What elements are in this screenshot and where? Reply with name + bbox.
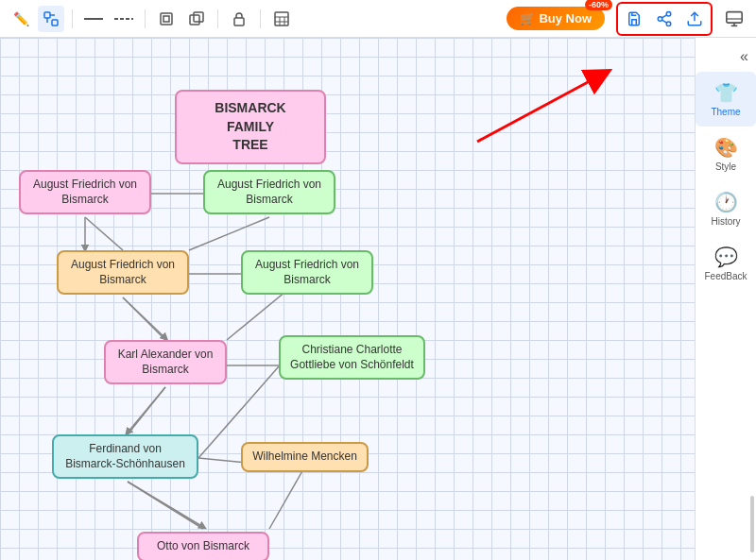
node-label: Wilhelmine Mencken — [252, 450, 357, 463]
sidebar-item-style[interactable]: 🎨 Style — [696, 127, 756, 181]
node-label: August Friedrich von Bismarck — [255, 258, 359, 286]
svg-rect-22 — [727, 11, 742, 22]
line-tool[interactable] — [80, 6, 107, 32]
sidebar-item-theme-label: Theme — [711, 107, 740, 117]
svg-line-41 — [128, 482, 203, 527]
pencil-tool[interactable]: ✏️ — [8, 6, 34, 32]
svg-rect-11 — [275, 12, 288, 25]
red-arrow-indicator — [468, 66, 619, 151]
table-tool[interactable] — [268, 6, 295, 32]
sidebar-item-feedback[interactable]: 💬 FeedBack — [696, 236, 756, 291]
style-icon: 🎨 — [714, 136, 738, 159]
node-label: Karl Alexander von Bismarck — [118, 348, 214, 376]
svg-rect-0 — [44, 12, 50, 18]
svg-rect-1 — [52, 20, 58, 25]
dashed-line-tool[interactable] — [111, 6, 137, 32]
sidebar-item-history[interactable]: 🕐 History — [696, 181, 756, 236]
title-text: BISMARCK FAMILYTREE — [215, 100, 285, 152]
svg-line-29 — [123, 297, 165, 340]
sidebar-item-feedback-label: FeedBack — [704, 271, 747, 281]
buy-now-button[interactable]: 🛒 Buy Now -60% — [507, 7, 605, 30]
sep2 — [145, 9, 146, 28]
main-area: BISMARCK FAMILYTREE August Friedrich von… — [0, 38, 756, 560]
chevron-left-icon: « — [740, 48, 748, 65]
discount-badge: -60% — [585, 0, 612, 10]
monitor-button[interactable] — [720, 6, 748, 32]
share-button[interactable] — [650, 6, 679, 32]
svg-line-40 — [128, 387, 165, 433]
svg-line-32 — [128, 387, 165, 434]
node-label: August Friedrich von Bismarck — [71, 258, 175, 286]
svg-rect-9 — [194, 12, 203, 22]
svg-rect-7 — [163, 16, 169, 22]
svg-line-36 — [269, 463, 307, 529]
node-august-1[interactable]: August Friedrich von Bismarck — [19, 170, 151, 214]
right-sidebar: « 👕 Theme 🎨 Style 🕐 History 💬 FeedBack — [695, 38, 756, 560]
cart-icon: 🛒 — [520, 11, 535, 25]
node-otto[interactable]: Otto von Bismarck — [137, 532, 269, 560]
sep1 — [72, 9, 73, 28]
lock-tool[interactable] — [226, 6, 252, 32]
svg-line-27 — [189, 217, 269, 250]
node-label: Christiane Charlotte Gottliebe von Schön… — [290, 343, 414, 371]
svg-rect-8 — [190, 15, 199, 25]
node-christiane[interactable]: Christiane Charlotte Gottliebe von Schön… — [279, 335, 425, 380]
action-buttons-group — [616, 2, 713, 36]
sep4 — [260, 9, 261, 28]
sidebar-item-history-label: History — [711, 216, 740, 227]
sidebar-scrollbar[interactable] — [750, 496, 754, 552]
connect-tool[interactable] — [38, 6, 64, 32]
svg-line-35 — [128, 482, 203, 529]
sidebar-collapse-button[interactable]: « — [696, 42, 756, 72]
duplicate-tool[interactable] — [183, 6, 210, 32]
node-label: August Friedrich von Bismarck — [33, 178, 137, 206]
save-button[interactable] — [620, 6, 648, 32]
node-august-3[interactable]: August Friedrich von Bismarck — [57, 250, 189, 295]
feedback-icon: 💬 — [714, 246, 738, 268]
node-wilhelmine[interactable]: Wilhelmine Mencken — [241, 442, 369, 472]
node-label: August Friedrich von Bismarck — [217, 178, 321, 206]
sidebar-item-style-label: Style — [715, 161, 736, 172]
svg-point-17 — [658, 16, 662, 21]
svg-line-19 — [662, 20, 666, 23]
node-ferdinand[interactable]: Ferdinand von Bismarck-Schönhausen — [52, 434, 198, 479]
connectors-svg — [0, 38, 695, 560]
export-button[interactable] — [680, 6, 709, 32]
node-label: Ferdinand von Bismarck-Schönhausen — [65, 442, 185, 470]
svg-line-39 — [123, 297, 165, 338]
svg-line-20 — [662, 14, 666, 17]
theme-icon: 👕 — [714, 81, 738, 104]
canvas[interactable]: BISMARCK FAMILYTREE August Friedrich von… — [0, 38, 695, 560]
node-label: Otto von Bismarck — [157, 539, 249, 552]
node-karl[interactable]: Karl Alexander von Bismarck — [104, 340, 227, 384]
svg-line-37 — [198, 458, 246, 463]
svg-point-18 — [666, 22, 671, 26]
node-august-4[interactable]: August Friedrich von Bismarck — [241, 250, 373, 295]
svg-point-16 — [666, 11, 671, 16]
transform-tool[interactable] — [153, 6, 180, 32]
svg-line-26 — [85, 217, 123, 250]
node-august-2[interactable]: August Friedrich von Bismarck — [203, 170, 335, 214]
svg-rect-6 — [161, 13, 172, 25]
buy-now-label: Buy Now — [539, 11, 592, 25]
title-box: BISMARCK FAMILYTREE — [175, 90, 326, 164]
toolbar: ✏️ 🛒 Buy Now -60% — [0, 0, 756, 38]
sep3 — [217, 9, 218, 28]
sidebar-item-theme[interactable]: 👕 Theme — [696, 72, 756, 127]
history-icon: 🕐 — [714, 191, 738, 213]
svg-rect-10 — [234, 18, 244, 25]
